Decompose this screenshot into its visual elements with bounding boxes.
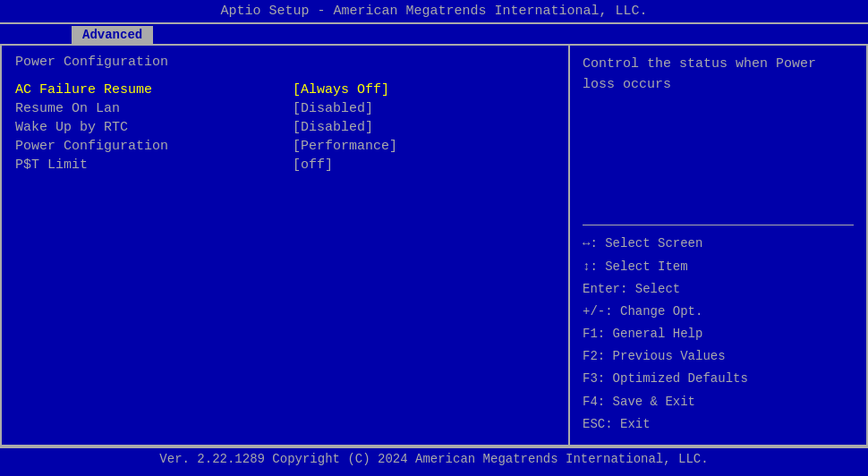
key-help-item: F1: General Help [583, 323, 854, 345]
menu-item[interactable]: Power Configuration[Performance] [15, 139, 555, 154]
help-text-line1: Control the status when Power [583, 55, 854, 75]
menu-item-label: AC Failure Resume [15, 82, 293, 98]
key-help-item: F2: Previous Values [583, 345, 854, 368]
menu-items: AC Failure Resume[Always Off]Resume On L… [15, 82, 555, 173]
help-text-line2: loss occurs [583, 75, 854, 96]
key-help-container: ↔: Select Screen↕: Select ItemEnter: Sel… [583, 233, 854, 436]
right-panel: Control the status when Power loss occur… [570, 46, 866, 445]
main-area: Power Configuration AC Failure Resume[Al… [0, 44, 868, 446]
menu-item[interactable]: Wake Up by RTC[Disabled] [15, 120, 555, 135]
key-help-item: Enter: Select [583, 278, 854, 301]
key-help-item: ESC: Exit [583, 413, 854, 436]
key-help-section: ↔: Select Screen↕: Select ItemEnter: Sel… [583, 217, 854, 436]
menu-item-value: [off] [293, 157, 333, 173]
header: Aptio Setup - American Megatrends Intern… [0, 0, 868, 24]
tab-bar: Advanced [0, 24, 868, 44]
divider [583, 225, 854, 225]
menu-item-label: Resume On Lan [15, 101, 293, 116]
left-panel: Power Configuration AC Failure Resume[Al… [2, 46, 570, 445]
menu-item-label: Wake Up by RTC [15, 120, 293, 135]
header-title: Aptio Setup - American Megatrends Intern… [220, 4, 647, 19]
menu-item-value: [Performance] [293, 139, 397, 154]
help-section: Control the status when Power loss occur… [583, 55, 854, 95]
key-help-item: F4: Save & Exit [583, 391, 854, 413]
menu-item-label: Power Configuration [15, 139, 293, 154]
key-help-item: ↕: Select Item [583, 256, 854, 278]
footer-text: Ver. 2.22.1289 Copyright (C) 2024 Americ… [159, 452, 708, 466]
footer: Ver. 2.22.1289 Copyright (C) 2024 Americ… [0, 446, 868, 470]
menu-item[interactable]: P$T Limit[off] [15, 157, 555, 173]
menu-item[interactable]: AC Failure Resume[Always Off] [15, 82, 555, 98]
key-help-item: +/-: Change Opt. [583, 301, 854, 323]
section-title: Power Configuration [15, 55, 555, 70]
tab-advanced[interactable]: Advanced [72, 26, 153, 44]
menu-item-value: [Always Off] [293, 82, 389, 98]
menu-item-value: [Disabled] [293, 101, 373, 116]
menu-item-label: P$T Limit [15, 157, 293, 173]
key-help-item: F3: Optimized Defaults [583, 368, 854, 390]
menu-item-value: [Disabled] [293, 120, 373, 135]
menu-item[interactable]: Resume On Lan[Disabled] [15, 101, 555, 116]
key-help-item: ↔: Select Screen [583, 233, 854, 255]
